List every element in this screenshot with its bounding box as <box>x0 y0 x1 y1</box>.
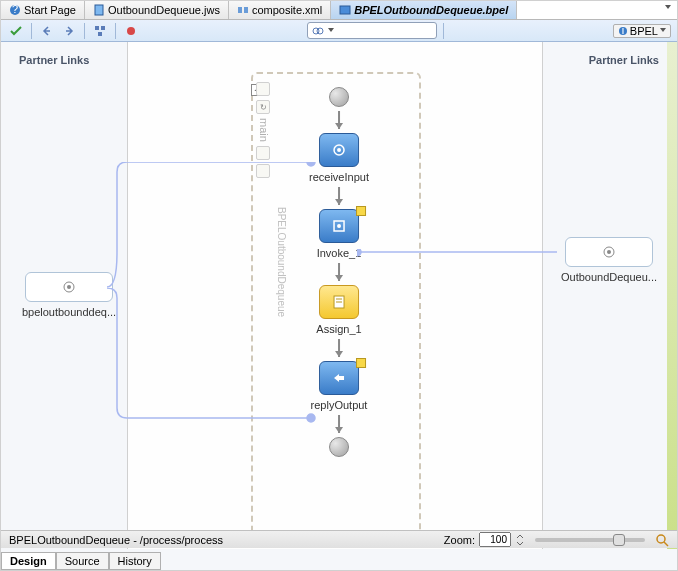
tab-jws[interactable]: OutboundDequeue.jws <box>85 1 229 19</box>
partner-link-label: OutboundDequeu... <box>561 271 657 283</box>
svg-point-28 <box>657 535 665 543</box>
activity-label: replyOutput <box>311 399 368 411</box>
file-tabs: ?Start Page OutboundDequeue.jws composit… <box>1 1 677 20</box>
start-node[interactable] <box>329 87 349 107</box>
tab-menu-button[interactable] <box>659 1 677 19</box>
activity-label: Assign_1 <box>316 323 361 335</box>
help-icon: ? <box>9 4 21 16</box>
tab-composite[interactable]: composite.xml <box>229 1 331 19</box>
process-flow: receiveInput Invoke_1 Assign_1 replyOutp… <box>309 87 369 457</box>
end-node[interactable] <box>329 437 349 457</box>
assign-activity[interactable]: Assign_1 <box>316 285 361 335</box>
zoom-fit-icon[interactable] <box>655 533 669 547</box>
tab-label: composite.xml <box>252 4 322 16</box>
svg-rect-5 <box>340 6 350 14</box>
bpel-version-dropdown[interactable]: iBPEL <box>613 24 671 38</box>
svg-point-24 <box>607 250 611 254</box>
warning-flag-icon <box>356 206 366 216</box>
activity-label: Invoke_1 <box>317 247 362 259</box>
svg-point-22 <box>67 285 71 289</box>
search-dropdown-icon <box>328 28 334 35</box>
gear-icon <box>61 279 77 295</box>
bpel-label: BPEL <box>630 25 658 37</box>
invoke-icon <box>331 218 347 234</box>
tab-label: Start Page <box>24 4 76 16</box>
search-box[interactable] <box>307 22 437 39</box>
overview-gutter[interactable] <box>667 42 677 549</box>
svg-rect-3 <box>238 7 242 13</box>
info-icon: i <box>618 26 628 36</box>
assign-icon <box>331 294 347 310</box>
process-name-vertical: BPELOutboundDequeue <box>276 207 287 317</box>
scope-palette: ↻ main <box>256 82 272 178</box>
svg-rect-4 <box>244 7 248 13</box>
status-bar: BPELOutboundDequeue - /process/process Z… <box>1 530 677 548</box>
svg-line-29 <box>664 542 668 546</box>
svg-rect-7 <box>101 26 105 30</box>
binoculars-icon <box>312 25 324 37</box>
partner-link-left[interactable]: bpeloutbounddeq... <box>19 272 119 318</box>
tab-label: BPELOutboundDequeue.bpel <box>354 4 508 16</box>
partner-links-right-header: Partner Links <box>589 54 659 66</box>
warning-flag-icon <box>356 358 366 368</box>
reply-icon <box>331 370 347 386</box>
receive-activity[interactable]: receiveInput <box>309 133 369 183</box>
palette-item[interactable] <box>256 164 270 178</box>
design-canvas: Partner Links Partner Links − ↻ main BPE… <box>1 42 677 549</box>
validate-button[interactable] <box>7 22 25 40</box>
gear-icon <box>601 244 617 260</box>
zoom-stepper[interactable] <box>515 534 525 546</box>
tab-bpel[interactable]: BPELOutboundDequeue.bpel <box>331 1 517 19</box>
composite-icon <box>237 4 249 16</box>
svg-text:i: i <box>622 26 624 36</box>
slider-thumb[interactable] <box>613 534 625 546</box>
svg-rect-8 <box>98 32 102 36</box>
svg-text:?: ? <box>12 4 18 15</box>
partner-link-label: bpeloutbounddeq... <box>22 306 116 318</box>
zoom-label: Zoom: <box>444 534 475 546</box>
bpel-icon <box>339 4 351 16</box>
tab-label: OutboundDequeue.jws <box>108 4 220 16</box>
invoke-activity[interactable]: Invoke_1 <box>317 209 362 259</box>
view-tab-source[interactable]: Source <box>56 552 109 570</box>
breakpoint-icon <box>124 24 138 38</box>
svg-rect-6 <box>95 26 99 30</box>
palette-item[interactable] <box>256 146 270 160</box>
svg-point-17 <box>337 224 341 228</box>
redo-button[interactable] <box>60 22 78 40</box>
palette-item[interactable]: ↻ <box>256 100 270 114</box>
reply-activity[interactable]: replyOutput <box>311 361 368 411</box>
palette-item[interactable] <box>256 82 270 96</box>
svg-point-15 <box>337 148 341 152</box>
svg-rect-2 <box>95 5 103 15</box>
breakpoint-button[interactable] <box>122 22 140 40</box>
zoom-input[interactable] <box>479 532 511 547</box>
partner-links-left-header: Partner Links <box>19 54 89 66</box>
editor-view-tabs: Design Source History <box>1 552 161 570</box>
view-tab-design[interactable]: Design <box>1 552 56 570</box>
receive-icon <box>331 142 347 158</box>
doc-icon <box>93 4 105 16</box>
svg-point-11 <box>317 28 323 34</box>
undo-button[interactable] <box>38 22 56 40</box>
redo-icon <box>62 24 76 38</box>
toolbar: iBPEL <box>1 20 677 42</box>
undo-icon <box>40 24 54 38</box>
view-tab-history[interactable]: History <box>109 552 161 570</box>
zoom-slider[interactable] <box>535 538 645 542</box>
status-path: BPELOutboundDequeue - /process/process <box>9 534 223 546</box>
tab-start-page[interactable]: ?Start Page <box>1 1 85 19</box>
layout-icon <box>93 24 107 38</box>
palette-main-label: main <box>256 118 270 142</box>
partner-link-right[interactable]: OutboundDequeu... <box>559 237 659 283</box>
svg-point-9 <box>127 27 135 35</box>
activity-label: receiveInput <box>309 171 369 183</box>
check-icon <box>9 24 23 38</box>
layout-button[interactable] <box>91 22 109 40</box>
